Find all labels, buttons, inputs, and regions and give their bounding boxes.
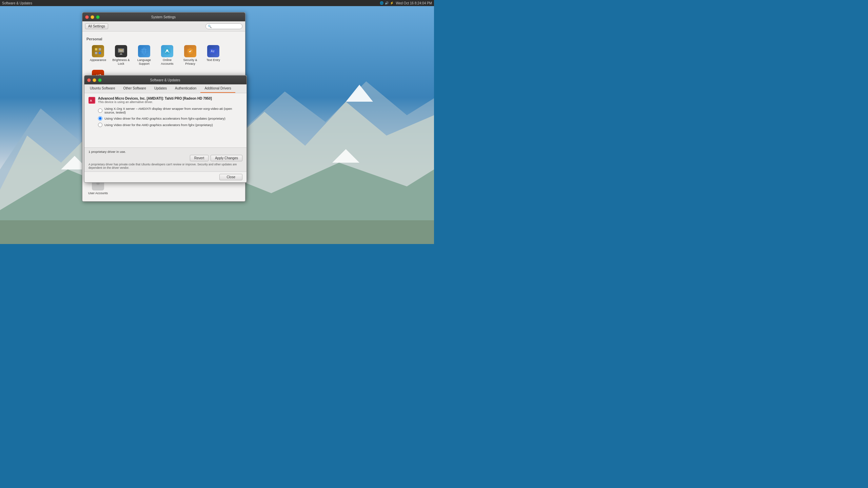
amd-device-icon: A xyxy=(88,97,95,104)
volume-icon: 🔊 xyxy=(385,1,389,5)
device-info: Advanced Micro Devices, Inc. [AMD/ATI]: … xyxy=(98,97,242,104)
tabs-bar: Ubuntu Software Other Software Updates A… xyxy=(84,84,246,93)
device-header: A Advanced Micro Devices, Inc. [AMD/ATI]… xyxy=(88,97,242,104)
driver-radio-2[interactable] xyxy=(98,116,102,121)
software-updates-titlebar: Software & Updates xyxy=(84,76,246,84)
user-accounts-label: User Accounts xyxy=(88,191,108,195)
settings-item-text-entry[interactable]: Az Text Entry xyxy=(202,43,225,68)
sw-minimize-button[interactable] xyxy=(93,78,96,82)
sw-maximize-button[interactable] xyxy=(98,78,102,82)
system-settings-titlebar: System Settings xyxy=(82,13,245,21)
svg-rect-14 xyxy=(99,52,101,54)
settings-item-language-support[interactable]: Language Support xyxy=(133,43,156,68)
taskbar: Software & Updates 🌐 🔊 ⚡ Wed Oct 16 8:24… xyxy=(0,0,434,6)
device-description: This device is using an alternative driv… xyxy=(98,100,242,104)
online-accounts-icon xyxy=(161,45,173,57)
security-privacy-label: Security & Privacy xyxy=(180,58,200,66)
settings-item-security-privacy[interactable]: Security & Privacy xyxy=(179,43,202,68)
close-button-row: Close xyxy=(84,171,246,182)
driver-label-2[interactable]: Using Video driver for the AMD graphics … xyxy=(104,117,225,120)
system-settings-title: System Settings xyxy=(101,15,225,19)
datetime-display: Wed Oct 16 8:24:04 PM xyxy=(396,1,432,5)
settings-item-brightness-lock[interactable]: Brightness & Lock xyxy=(110,43,133,68)
driver-label-1[interactable]: Using X.Org X server – AMD/ATI display d… xyxy=(104,107,242,114)
driver-option-3: Using Video driver for the AMD graphics … xyxy=(88,122,242,128)
settings-item-online-accounts[interactable]: Online Accounts xyxy=(156,43,179,68)
proprietary-note: A proprietary driver has private code th… xyxy=(88,163,242,169)
close-button[interactable] xyxy=(85,15,89,19)
close-main-button[interactable]: Close xyxy=(219,174,242,180)
brightness-lock-icon xyxy=(115,45,127,57)
svg-point-24 xyxy=(166,49,168,52)
system-settings-toolbar: All Settings 🔍 xyxy=(82,21,245,32)
driver-option-2: Using Video driver for the AMD graphics … xyxy=(88,115,242,122)
driver-label-3[interactable]: Using Video driver for the AMD graphics … xyxy=(104,123,213,127)
network-icon: 🌐 xyxy=(380,1,383,5)
svg-rect-13 xyxy=(95,52,97,54)
software-updates-footer: 1 proprietary driver in use. Revert Appl… xyxy=(84,147,246,171)
settings-item-appearance[interactable]: Appearance xyxy=(86,43,110,68)
svg-rect-17 xyxy=(120,54,122,55)
driver-radio-3[interactable] xyxy=(98,123,102,127)
software-updates-title: Software & Updates xyxy=(103,78,227,82)
text-entry-label: Text Entry xyxy=(206,58,220,62)
language-support-label: Language Support xyxy=(134,58,154,66)
search-icon: 🔍 xyxy=(208,25,212,28)
taskbar-app-title: Software & Updates xyxy=(2,1,32,5)
svg-text:A: A xyxy=(90,99,92,102)
text-entry-icon: Az xyxy=(207,45,219,57)
all-settings-button[interactable]: All Settings xyxy=(85,23,108,29)
security-privacy-icon xyxy=(184,45,196,57)
svg-rect-11 xyxy=(95,48,97,50)
minimize-button[interactable] xyxy=(91,15,94,19)
search-box[interactable]: 🔍 xyxy=(205,23,242,29)
sw-close-button[interactable] xyxy=(87,78,91,82)
apply-changes-button[interactable]: Apply Changes xyxy=(211,155,242,161)
svg-rect-10 xyxy=(0,220,434,244)
driver-radio-1[interactable] xyxy=(98,108,102,113)
maximize-button[interactable] xyxy=(96,15,100,19)
svg-rect-12 xyxy=(99,48,101,50)
taskbar-system-icons: 🌐 🔊 ⚡ xyxy=(380,1,394,5)
software-updates-window: Software & Updates Ubuntu Software Other… xyxy=(84,75,247,183)
tab-other-software[interactable]: Other Software xyxy=(119,84,150,93)
taskbar-right: 🌐 🔊 ⚡ Wed Oct 16 8:24:04 PM xyxy=(380,1,432,5)
language-support-icon xyxy=(138,45,150,57)
appearance-label: Appearance xyxy=(90,58,106,62)
appearance-icon xyxy=(92,45,104,57)
device-name: Advanced Micro Devices, Inc. [AMD/ATI]: … xyxy=(98,97,242,100)
tab-additional-drivers[interactable]: Additional Drivers xyxy=(200,84,235,93)
brightness-lock-label: Brightness & Lock xyxy=(111,58,131,66)
tab-updates[interactable]: Updates xyxy=(150,84,171,93)
battery-icon: ⚡ xyxy=(390,1,394,5)
online-accounts-label: Online Accounts xyxy=(157,58,177,66)
search-input[interactable] xyxy=(213,24,240,28)
tab-ubuntu-software[interactable]: Ubuntu Software xyxy=(86,84,119,93)
svg-text:Az: Az xyxy=(211,49,215,53)
driver-status: 1 proprietary driver in use. xyxy=(88,150,242,154)
additional-drivers-content: A Advanced Micro Devices, Inc. [AMD/ATI]… xyxy=(84,93,246,147)
personal-section-title: Personal xyxy=(86,37,241,41)
footer-buttons: Revert Apply Changes xyxy=(88,155,242,161)
revert-button[interactable]: Revert xyxy=(190,155,209,161)
driver-option-1: Using X.Org X server – AMD/ATI display d… xyxy=(88,106,242,115)
tab-authentication[interactable]: Authentication xyxy=(171,84,200,93)
